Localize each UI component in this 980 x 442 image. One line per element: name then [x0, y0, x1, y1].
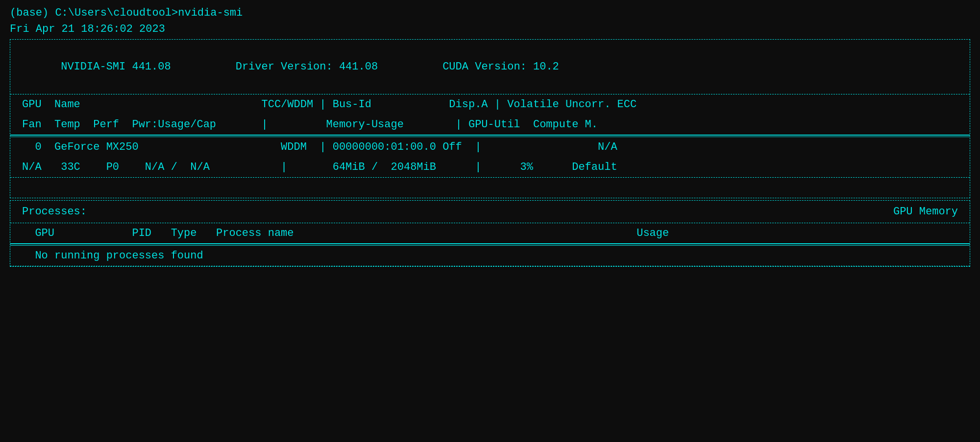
gpu-memory-label: GPU Memory — [893, 204, 958, 220]
datetime-line: Fri Apr 21 18:26:02 2023 — [10, 21, 970, 37]
processes-box: Processes: GPU Memory GPU PID Type Proce… — [10, 200, 970, 267]
terminal-window: (base) C:\Users\cloudtool>nvidia-smi Fri… — [10, 5, 970, 267]
column-header-row1: GPU Name TCC/WDDM | Bus-Id Disp.A | Vola… — [10, 94, 970, 115]
header-separator-top: NVIDIA-SMI 441.08 Driver Version: 441.08… — [10, 40, 970, 94]
smi-version: NVIDIA-SMI 441.08 — [61, 61, 171, 73]
proc-double-sep1 — [10, 243, 970, 244]
column-header-row2: Fan Temp Perf Pwr:Usage/Cap | Memory-Usa… — [10, 115, 970, 135]
no-processes-row: No running processes found — [10, 246, 970, 266]
driver-version: Driver Version: 441.08 CUDA Version: 10.… — [171, 61, 559, 73]
double-separator — [10, 135, 970, 136]
gpu-data-row2: N/A 33C P0 N/A / N/A | 64MiB / 2048MiB |… — [10, 157, 970, 177]
processes-col-header: GPU PID Type Process name Usage — [10, 223, 970, 243]
proc-bottom-sep — [10, 266, 970, 266]
gpu-data-row1: 0 GeForce MX250 WDDM | 00000000:01:00.0 … — [10, 137, 970, 157]
gpu-info-box: NVIDIA-SMI 441.08 Driver Version: 441.08… — [10, 39, 970, 198]
processes-label: Processes: — [22, 204, 87, 220]
prompt-line: (base) C:\Users\cloudtool>nvidia-smi — [10, 5, 970, 21]
processes-header: Processes: GPU Memory — [10, 201, 970, 223]
spacer-row — [10, 178, 970, 198]
